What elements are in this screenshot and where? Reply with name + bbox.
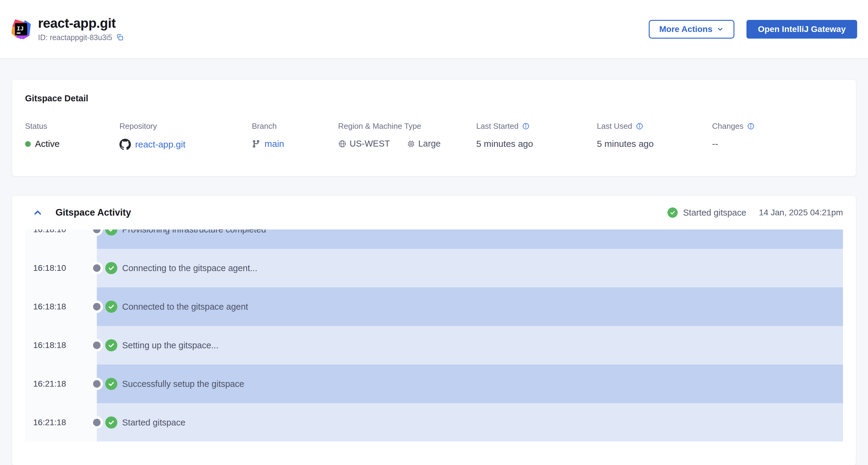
main-content: Gitspace Detail Status Active Repository — [0, 79, 868, 465]
intellij-idea-logo-icon: IJ — [11, 19, 31, 39]
gitspace-id: ID: reactappgit-83u3i5 — [38, 33, 112, 42]
page-title: react-app.git — [38, 16, 124, 30]
detail-card-title: Gitspace Detail — [25, 93, 843, 103]
field-last-used: Last Used 5 minutes ago — [597, 122, 712, 150]
status-label: Status — [25, 122, 119, 131]
log-message: Started gitspace — [122, 417, 185, 428]
repository-link[interactable]: react-app.git — [135, 139, 185, 150]
log-time: 16:18:18 — [25, 326, 97, 365]
log-row: 16:18:10 Provisioning infrastructure com… — [25, 229, 843, 249]
field-last-started: Last Started 5 minutes ago — [476, 122, 597, 150]
log-time: 16:21:18 — [25, 403, 97, 441]
timeline-dot-icon — [93, 342, 101, 349]
log-message: Setting up the gitspace... — [122, 340, 218, 350]
log-row: 16:21:18 Successfully setup the gitspace — [25, 365, 843, 403]
more-actions-label: More Actions — [659, 24, 712, 34]
git-branch-icon — [252, 140, 260, 148]
copy-id-button[interactable] — [116, 33, 124, 42]
chevron-down-icon — [717, 26, 724, 33]
status-value: Active — [35, 139, 60, 149]
branch-link[interactable]: main — [265, 139, 284, 149]
log-time: 16:18:10 — [25, 249, 97, 287]
last-started-label: Last Started — [476, 122, 519, 131]
check-circle-icon — [105, 378, 117, 390]
field-status: Status Active — [25, 122, 119, 150]
cpu-chip-icon — [407, 140, 415, 148]
activity-timestamp: 14 Jan, 2025 04:21pm — [759, 208, 843, 217]
changes-value: -- — [712, 139, 718, 149]
field-branch: Branch main — [252, 122, 338, 150]
check-circle-icon — [105, 229, 117, 236]
log-row: 16:18:10 Connecting to the gitspace agen… — [25, 249, 843, 287]
copy-icon — [116, 33, 124, 42]
log-time: 16:18:18 — [25, 287, 97, 326]
github-icon — [119, 139, 131, 150]
field-repository: Repository react-app.git — [119, 122, 252, 150]
gitspace-detail-card: Gitspace Detail Status Active Repository — [12, 79, 856, 177]
log-time: 16:18:10 — [25, 229, 97, 249]
last-used-value: 5 minutes ago — [597, 139, 654, 149]
globe-icon — [338, 140, 346, 148]
app-header: IJ react-app.git ID: reactappgit-83u3i5 … — [0, 0, 868, 59]
info-icon[interactable] — [636, 122, 643, 130]
region-machine-label: Region & Machine Type — [338, 122, 476, 131]
check-circle-icon — [105, 301, 117, 313]
last-started-value: 5 minutes ago — [476, 139, 533, 149]
open-intellij-gateway-button[interactable]: Open IntelliJ Gateway — [746, 20, 857, 39]
log-time: 16:21:18 — [25, 365, 97, 403]
info-icon[interactable] — [747, 122, 754, 130]
check-circle-icon — [105, 416, 117, 429]
log-message: Provisioning infrastructure completed — [122, 229, 266, 235]
check-circle-icon — [668, 208, 678, 218]
field-region-machine: Region & Machine Type US-WEST — [338, 122, 476, 150]
chevron-up-icon — [33, 208, 42, 217]
machine-type-value: Large — [418, 139, 441, 149]
gitspace-activity-card: Gitspace Activity Started gitspace 14 Ja… — [12, 195, 856, 465]
field-changes: Changes -- — [712, 122, 754, 150]
log-row: 16:21:18 Started gitspace — [25, 403, 843, 441]
repository-label: Repository — [119, 122, 252, 131]
latest-status-label: Started gitspace — [683, 208, 746, 218]
timeline-dot-icon — [93, 419, 101, 426]
region-value: US-WEST — [349, 139, 390, 149]
log-message: Successfully setup the gitspace — [122, 379, 244, 389]
check-circle-icon — [105, 262, 117, 274]
changes-label: Changes — [712, 122, 743, 131]
log-row: 16:18:18 Setting up the gitspace... — [25, 326, 843, 365]
check-circle-icon — [105, 339, 117, 351]
activity-title: Gitspace Activity — [56, 207, 131, 218]
last-used-label: Last Used — [597, 122, 632, 131]
svg-text:IJ: IJ — [17, 25, 24, 32]
more-actions-button[interactable]: More Actions — [649, 20, 734, 39]
branch-label: Branch — [252, 122, 338, 131]
log-message: Connecting to the gitspace agent... — [122, 263, 257, 273]
timeline-dot-icon — [93, 265, 101, 272]
info-icon[interactable] — [522, 122, 530, 130]
log-message: Connected to the gitspace agent — [122, 302, 248, 312]
timeline-dot-icon — [93, 303, 101, 311]
log-row: 16:18:18 Connected to the gitspace agent — [25, 287, 843, 326]
status-dot-icon — [25, 141, 31, 147]
timeline-dot-icon — [93, 380, 101, 388]
activity-log[interactable]: 16:18:10 Provisioning infrastructure com… — [25, 229, 843, 441]
collapse-activity-button[interactable] — [33, 208, 42, 217]
